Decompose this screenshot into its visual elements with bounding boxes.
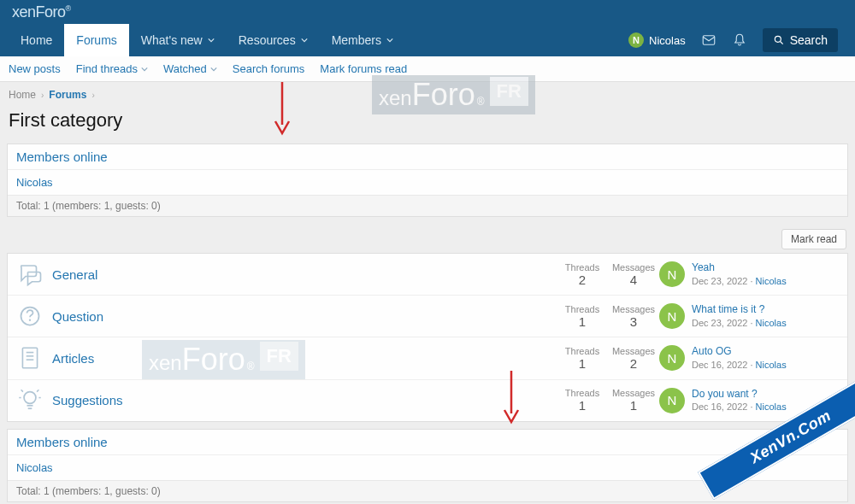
subnav-markread[interactable]: Mark forums read [320, 62, 407, 75]
subnav-watched[interactable]: Watched [163, 62, 217, 75]
svg-point-3 [29, 319, 31, 321]
forum-icon [16, 344, 44, 372]
logo[interactable]: xenForo® [12, 3, 71, 21]
widget-member[interactable]: Nicolas [8, 455, 847, 480]
forum-icon [16, 261, 44, 288]
chevron-down-icon [210, 66, 217, 73]
nav-tab-resources[interactable]: Resources [227, 24, 320, 56]
mark-read-button[interactable]: Mark read [781, 229, 846, 249]
threads-stat: Threads1 [557, 388, 608, 413]
latest-post: N What time is it ? Dec 23, 2022 · Nicol… [659, 302, 839, 330]
forum-link[interactable]: Articles [52, 351, 557, 366]
latest-user-link[interactable]: Nicolas [756, 401, 787, 412]
forum-row: Articles Threads1 Messages2 N Auto OG De… [8, 337, 847, 379]
forum-link[interactable]: Suggestions [52, 393, 557, 407]
messages-stat: Messages4 [608, 262, 659, 287]
messages-stat: Messages3 [608, 304, 659, 329]
members-online-widget-top: Members online Nicolas Total: 1 (members… [7, 144, 848, 217]
latest-post: N Do you want ? Dec 16, 2022 · Nicolas [659, 387, 839, 414]
latest-user-link[interactable]: Nicolas [756, 360, 787, 370]
widget-title: Members online [8, 144, 847, 170]
user-name: Nicolas [649, 34, 686, 47]
page-title: First category [0, 108, 855, 140]
poster-avatar[interactable]: N [659, 345, 685, 371]
subnav-findthreads[interactable]: Find threads [76, 62, 148, 75]
breadcrumb: Home › Forums › [0, 82, 855, 108]
nav-tab-home[interactable]: Home [9, 24, 64, 56]
latest-thread-link[interactable]: What time is it ? [692, 302, 787, 317]
poster-avatar[interactable]: N [659, 388, 685, 413]
latest-date: Dec 16, 2022 [692, 360, 747, 370]
forum-row: Suggestions Threads1 Messages1 N Do you … [8, 380, 847, 421]
latest-thread-link[interactable]: Auto OG [692, 344, 787, 359]
subnav-newposts[interactable]: New posts [9, 62, 61, 75]
members-online-widget-bottom: Members online Nicolas Total: 1 (members… [7, 429, 848, 502]
widget-title: Members online [8, 430, 847, 455]
breadcrumb-home[interactable]: Home [9, 89, 36, 101]
latest-date: Dec 23, 2022 [692, 318, 747, 328]
poster-avatar[interactable]: N [659, 261, 685, 287]
chevron-down-icon [208, 37, 215, 44]
chevron-down-icon [141, 66, 148, 73]
svg-point-1 [775, 36, 781, 42]
svg-rect-4 [22, 349, 37, 369]
latest-date: Dec 23, 2022 [692, 276, 747, 286]
breadcrumb-current[interactable]: Forums [49, 89, 86, 101]
messages-stat: Messages1 [608, 388, 659, 413]
threads-stat: Threads2 [557, 262, 608, 287]
chevron-right-icon: › [91, 91, 94, 100]
chevron-right-icon: › [41, 91, 44, 100]
forum-row: Question Threads1 Messages3 N What time … [8, 296, 847, 337]
poster-avatar[interactable]: N [659, 303, 685, 329]
chevron-down-icon [386, 37, 393, 44]
svg-rect-0 [703, 36, 715, 45]
widget-stats: Total: 1 (members: 1, guests: 0) [8, 195, 847, 216]
sub-nav: New posts Find threads Watched Search fo… [0, 56, 855, 82]
widget-stats: Total: 1 (members: 1, guests: 0) [8, 480, 847, 501]
latest-date: Dec 16, 2022 [692, 401, 747, 412]
svg-point-8 [24, 391, 36, 403]
latest-post: N Auto OG Dec 16, 2022 · Nicolas [659, 344, 839, 372]
nav-tab-members[interactable]: Members [320, 24, 405, 56]
forum-link[interactable]: General [52, 267, 557, 282]
user-menu[interactable]: N Nicolas [628, 32, 686, 48]
forum-link[interactable]: Question [52, 309, 557, 324]
subnav-searchforums[interactable]: Search forums [233, 62, 305, 75]
widget-member[interactable]: Nicolas [8, 170, 847, 195]
main-nav: Home Forums What's new Resources Members… [0, 24, 855, 56]
search-icon [773, 34, 785, 46]
search-button[interactable]: Search [763, 28, 838, 52]
nav-tab-forums[interactable]: Forums [64, 24, 128, 56]
forum-icon [16, 387, 44, 414]
svg-line-13 [21, 390, 23, 391]
latest-post: N Yeah Dec 23, 2022 · Nicolas [659, 261, 839, 288]
chevron-down-icon [301, 37, 308, 44]
header-bar: xenForo® [0, 0, 855, 24]
user-avatar: N [628, 32, 644, 48]
nav-tabs: Home Forums What's new Resources Members [9, 24, 628, 56]
svg-line-14 [37, 390, 38, 391]
bell-icon[interactable] [732, 32, 747, 48]
forum-list: General Threads2 Messages4 N Yeah Dec 23… [7, 253, 848, 422]
messages-stat: Messages2 [608, 346, 659, 371]
threads-stat: Threads1 [557, 304, 608, 329]
latest-user-link[interactable]: Nicolas [756, 276, 787, 286]
actions-row: Mark read [0, 224, 855, 253]
threads-stat: Threads1 [557, 346, 608, 371]
inbox-icon[interactable] [701, 32, 716, 48]
latest-user-link[interactable]: Nicolas [756, 318, 787, 328]
nav-tab-whatsnew[interactable]: What's new [129, 24, 227, 56]
forum-row: General Threads2 Messages4 N Yeah Dec 23… [8, 254, 847, 296]
forum-icon [16, 302, 44, 330]
latest-thread-link[interactable]: Do you want ? [692, 387, 787, 401]
latest-thread-link[interactable]: Yeah [692, 261, 787, 275]
